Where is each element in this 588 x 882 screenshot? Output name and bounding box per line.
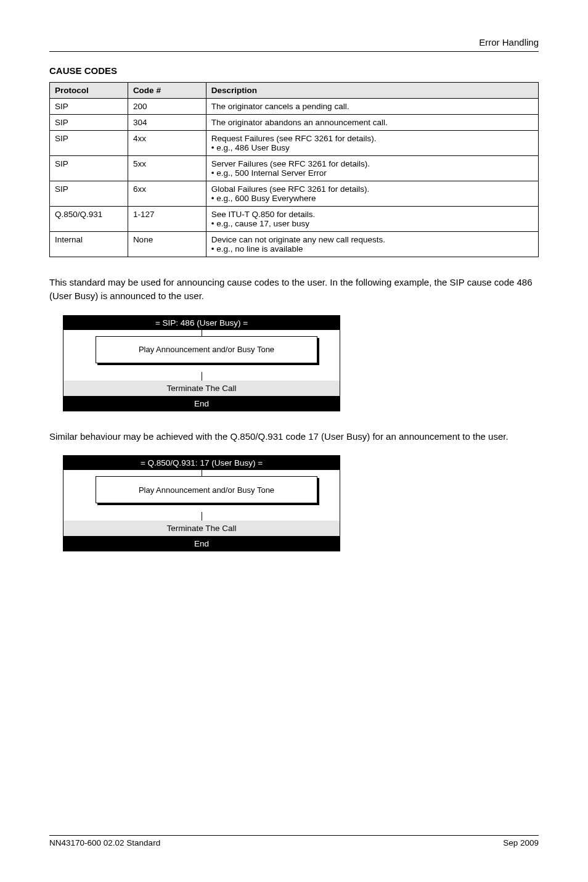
paragraph-2: Similar behaviour may be achieved with t… xyxy=(49,430,539,443)
cell-desc: The originator abandons an announcement … xyxy=(206,115,538,131)
col-code: Code # xyxy=(128,83,206,99)
cell-desc: Device can not originate any new call re… xyxy=(206,232,538,257)
cell-code: 1-127 xyxy=(128,207,206,232)
cell-protocol: SIP xyxy=(50,115,128,131)
diagram-sip-486: = SIP: 486 (User Busy) = Play Announceme… xyxy=(63,315,340,411)
table-row: Q.850/Q.931 1-127 See ITU-T Q.850 for de… xyxy=(50,207,539,232)
cell-protocol: SIP xyxy=(50,181,128,207)
cell-code: 304 xyxy=(128,115,206,131)
cell-protocol: Q.850/Q.931 xyxy=(50,207,128,232)
cell-code: None xyxy=(128,232,206,257)
cell-protocol: Internal xyxy=(50,232,128,257)
diagram-body: Play Announcement and/or Busy Tone xyxy=(63,470,340,521)
diagram-mid-label: Terminate The Call xyxy=(63,381,340,396)
diagram-body: Play Announcement and/or Busy Tone xyxy=(63,330,340,381)
page-footer: NN43170-600 02.02 Standard Sep 2009 xyxy=(49,831,539,847)
table-row: SIP 200 The originator cancels a pending… xyxy=(50,99,539,115)
diagram-mid-label: Terminate The Call xyxy=(63,521,340,536)
table-header-row: Protocol Code # Description xyxy=(50,83,539,99)
table-row: SIP 5xx Server Failures (see RFC 3261 fo… xyxy=(50,156,539,181)
table-row: SIP 4xx Request Failures (see RFC 3261 f… xyxy=(50,131,539,156)
diagram-end-label: End xyxy=(63,396,340,411)
cell-desc: See ITU-T Q.850 for details.• e.g., caus… xyxy=(206,207,538,232)
paragraph-1: This standard may be used for announcing… xyxy=(49,276,539,303)
diagram-title: = Q.850/Q.931: 17 (User Busy) = xyxy=(63,455,340,470)
footer-rule xyxy=(49,835,539,836)
cell-desc: Server Failures (see RFC 3261 for detail… xyxy=(206,156,538,181)
cause-codes-table: Protocol Code # Description SIP 200 The … xyxy=(49,82,539,257)
diagram-title: = SIP: 486 (User Busy) = xyxy=(63,315,340,330)
cell-protocol: SIP xyxy=(50,156,128,181)
diagram-action-box: Play Announcement and/or Busy Tone xyxy=(96,336,317,363)
diagram-end-label: End xyxy=(63,536,340,551)
header-rule xyxy=(49,51,539,52)
footer-left: NN43170-600 02.02 Standard xyxy=(49,838,160,847)
section-title: CAUSE CODES xyxy=(49,65,539,76)
header-right: Error Handling xyxy=(49,37,539,47)
cell-code: 200 xyxy=(128,99,206,115)
diagram-action-box: Play Announcement and/or Busy Tone xyxy=(96,476,317,503)
cell-code: 6xx xyxy=(128,181,206,207)
cell-desc: Request Failures (see RFC 3261 for detai… xyxy=(206,131,538,156)
footer-right: Sep 2009 xyxy=(503,838,539,847)
cell-protocol: SIP xyxy=(50,99,128,115)
table-row: Internal None Device can not originate a… xyxy=(50,232,539,257)
cell-desc: The originator cancels a pending call. xyxy=(206,99,538,115)
cell-protocol: SIP xyxy=(50,131,128,156)
table-row: SIP 6xx Global Failures (see RFC 3261 fo… xyxy=(50,181,539,207)
cell-desc: Global Failures (see RFC 3261 for detail… xyxy=(206,181,538,207)
diagram-q850-17: = Q.850/Q.931: 17 (User Busy) = Play Ann… xyxy=(63,455,340,551)
table-row: SIP 304 The originator abandons an annou… xyxy=(50,115,539,131)
col-protocol: Protocol xyxy=(50,83,128,99)
cell-code: 4xx xyxy=(128,131,206,156)
col-description: Description xyxy=(206,83,538,99)
cell-code: 5xx xyxy=(128,156,206,181)
